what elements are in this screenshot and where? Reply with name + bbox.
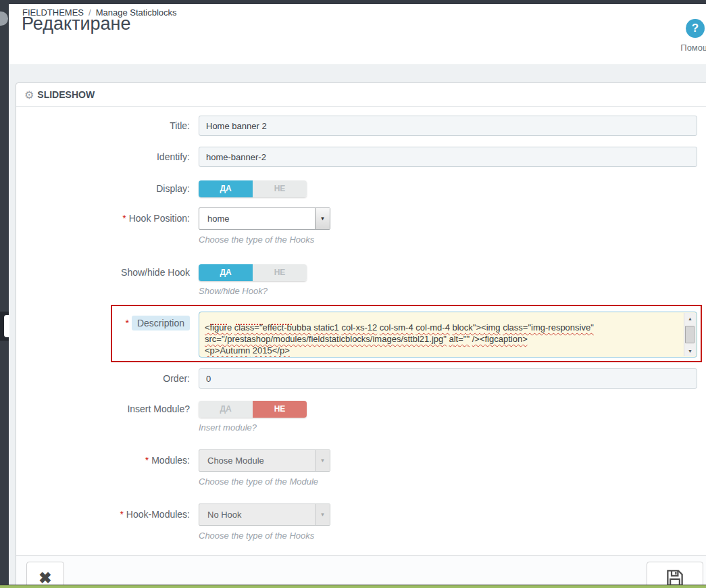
form-row-display: Display: ДА НЕ xyxy=(16,180,706,197)
order-input[interactable] xyxy=(199,368,697,389)
avatar-circle xyxy=(0,11,8,26)
identify-input[interactable] xyxy=(199,147,697,167)
help-button[interactable]: ? Помощ xyxy=(674,19,706,53)
scrollbar-thumb[interactable] xyxy=(685,326,695,343)
modules-hint: Choose the type of the Module xyxy=(199,476,697,487)
form-row-insert-module: Insert Module? ДА НЕ Insert module? xyxy=(16,401,706,433)
form-row-modules: *Modules: Chose Module ▼ Choose the type… xyxy=(16,449,706,487)
chevron-down-icon[interactable]: ▼ xyxy=(315,450,330,471)
bottom-green-strip xyxy=(0,585,706,588)
description-textarea[interactable]: <figure class="effect-bubba static1 col-… xyxy=(199,312,697,358)
sidebar-active-item[interactable] xyxy=(0,312,9,341)
hook-position-value: home xyxy=(199,208,315,229)
panel-footer: ✖ xyxy=(16,555,706,588)
hook-modules-label: *Hook-Modules: xyxy=(16,504,199,526)
hook-modules-value: No Hook xyxy=(199,504,315,525)
show-hide-hook-toggle[interactable]: ДА НЕ xyxy=(199,264,307,281)
insert-module-hint: Insert module? xyxy=(199,422,697,433)
chevron-down-icon[interactable]: ▼ xyxy=(315,208,330,229)
description-label: *Description xyxy=(16,312,199,328)
scroll-down-icon[interactable]: ▼ xyxy=(684,346,696,356)
required-asterisk: * xyxy=(122,213,126,224)
required-asterisk: * xyxy=(126,318,129,328)
show-hide-hook-label: Show/hide Hook xyxy=(16,264,199,281)
insert-module-label: Insert Module? xyxy=(16,401,199,418)
display-label: Display: xyxy=(16,180,199,197)
title-input[interactable] xyxy=(199,116,697,136)
required-asterisk: * xyxy=(120,509,123,520)
insert-module-toggle-yes[interactable]: ДА xyxy=(199,401,253,418)
order-label: Order: xyxy=(16,368,199,389)
hook-position-label: *Hook Position: xyxy=(16,207,199,230)
display-toggle-no[interactable]: НЕ xyxy=(253,180,307,197)
modules-value: Chose Module xyxy=(199,450,315,471)
form-row-description: *Description <figure class="effect-bubba… xyxy=(16,312,706,358)
display-toggle-yes[interactable]: ДА xyxy=(199,180,253,197)
insert-module-toggle-no[interactable]: НЕ xyxy=(253,401,307,418)
sidebar-sliver[interactable] xyxy=(0,0,9,588)
title-label: Title: xyxy=(16,116,199,136)
page-title: Редактиране xyxy=(22,14,131,34)
panel-heading: ⚙SLIDESHOW xyxy=(16,83,706,107)
modules-select[interactable]: Chose Module ▼ xyxy=(199,449,330,472)
chevron-down-icon[interactable]: ▼ xyxy=(315,504,330,525)
hook-position-select[interactable]: home ▼ xyxy=(199,207,330,230)
modules-label: *Modules: xyxy=(16,449,199,472)
scroll-up-icon[interactable]: ▲ xyxy=(684,314,696,323)
help-label: Помощ xyxy=(674,43,706,53)
form-row-title: Title: xyxy=(16,116,706,136)
insert-module-toggle[interactable]: ДА НЕ xyxy=(199,401,307,418)
spellcheck-squiggles xyxy=(205,316,678,322)
hook-position-hint: Choose the type of the Hooks xyxy=(199,235,697,245)
identify-label: Identify: xyxy=(16,147,199,167)
show-hide-hook-toggle-no[interactable]: НЕ xyxy=(253,264,307,281)
textarea-scrollbar[interactable]: ▲ ▼ xyxy=(684,313,696,356)
slideshow-panel: ⚙SLIDESHOW Title: Identify: Display: ДА … xyxy=(16,82,706,588)
display-toggle[interactable]: ДА НЕ xyxy=(199,180,307,197)
show-hide-hook-toggle-yes[interactable]: ДА xyxy=(199,264,253,281)
show-hide-hook-hint: Show/hide Hook? xyxy=(199,286,697,296)
close-icon: ✖ xyxy=(39,570,51,586)
panel-title: SLIDESHOW xyxy=(37,89,95,100)
page-header: FIELDTHEMES/Manage Staticblocks Редактир… xyxy=(9,4,706,64)
form-row-show-hide-hook: Show/hide Hook ДА НЕ Show/hide Hook? xyxy=(16,264,706,296)
form-row-order: Order: xyxy=(16,368,706,389)
form-row-identify: Identify: xyxy=(16,147,706,167)
hook-modules-hint: Choose the type of the Hooks xyxy=(199,531,697,541)
hook-modules-select[interactable]: No Hook ▼ xyxy=(199,504,330,526)
sidebar-notch xyxy=(4,315,9,337)
form-row-hook-modules: *Hook-Modules: No Hook ▼ Choose the type… xyxy=(16,504,706,541)
required-asterisk: * xyxy=(145,455,149,466)
top-bar xyxy=(0,0,706,4)
form-row-hook-position: *Hook Position: home ▼ Choose the type o… xyxy=(16,207,706,245)
gear-icon: ⚙ xyxy=(24,89,34,101)
description-value[interactable]: <figure class="effect-bubba static1 col-… xyxy=(205,322,678,356)
question-icon[interactable]: ? xyxy=(686,19,705,38)
